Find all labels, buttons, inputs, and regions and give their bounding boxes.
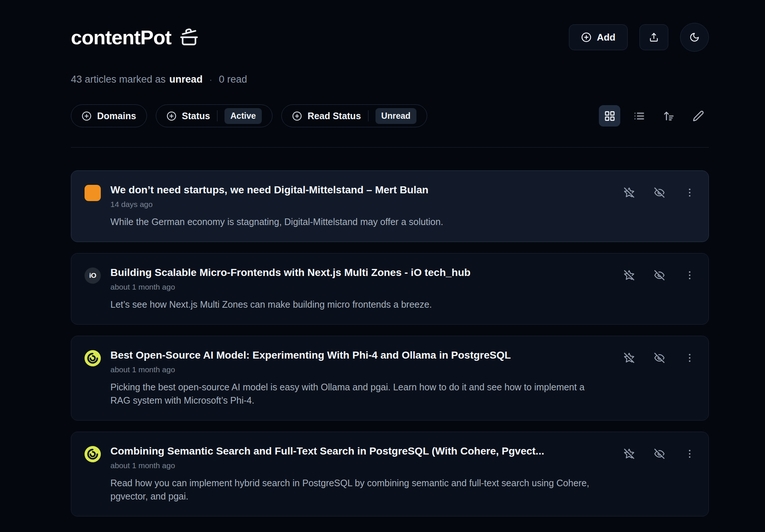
article-title: Building Scalable Micro-Frontends with N…	[110, 267, 596, 279]
filter-chip-label: Domains	[97, 111, 136, 121]
article-favicon-text: iO	[89, 272, 96, 280]
hide-button[interactable]	[654, 270, 665, 281]
eye-off-icon	[654, 352, 665, 363]
more-button[interactable]	[684, 448, 695, 459]
filter-chip-label: Read Status	[308, 111, 361, 121]
hide-button[interactable]	[654, 448, 665, 459]
more-button[interactable]	[684, 270, 695, 281]
ellipsis-vertical-icon	[684, 352, 695, 363]
article-actions	[624, 445, 695, 459]
unstar-button[interactable]	[624, 187, 635, 198]
filter-chips: Domains Status Active Read Status Unread	[71, 104, 427, 127]
edit-pencil-icon	[693, 110, 704, 122]
article-description: While the German economy is stagnating, …	[110, 215, 590, 228]
article-card[interactable]: Best Open-Source AI Model: Experimenting…	[71, 336, 709, 421]
star-off-icon	[624, 187, 635, 198]
eye-off-icon	[654, 187, 665, 198]
star-off-icon	[624, 352, 635, 363]
plus-circle-icon	[167, 111, 176, 121]
grid-view-button[interactable]	[599, 105, 620, 127]
article-time: about 1 month ago	[110, 461, 596, 470]
article-body: We don’t need startups, we need Digital-…	[110, 184, 614, 228]
article-title: Combining Semantic Search and Full-Text …	[110, 445, 596, 457]
header: contentPot Add	[71, 23, 709, 52]
list-view-icon	[634, 110, 645, 122]
cooking-pot-icon	[179, 28, 199, 47]
eye-off-icon	[654, 448, 665, 459]
article-list: We don’t need startups, we need Digital-…	[71, 170, 709, 517]
add-button-label: Add	[597, 32, 615, 43]
divider	[71, 147, 709, 148]
article-actions	[624, 184, 695, 198]
filter-chip[interactable]: Domains	[71, 104, 147, 127]
filter-chip-value: Active	[224, 108, 262, 124]
header-actions: Add	[569, 23, 709, 52]
hide-button[interactable]	[654, 352, 665, 363]
theme-toggle-button[interactable]	[680, 23, 709, 52]
article-favicon: iO	[85, 267, 101, 284]
article-favicon	[85, 350, 101, 366]
article-card[interactable]: iO Building Scalable Micro-Frontends wit…	[71, 253, 709, 325]
filter-row: Domains Status Active Read Status Unread	[71, 104, 709, 127]
article-time: 14 days ago	[110, 200, 596, 209]
sort-ascending-icon	[663, 110, 675, 122]
hide-button[interactable]	[654, 187, 665, 198]
view-toolbar	[599, 105, 709, 127]
share-icon	[649, 32, 659, 42]
unread-count-text: 43 articles marked as	[71, 74, 166, 85]
filter-chip[interactable]: Status Active	[156, 104, 272, 127]
filter-chip-value: Unread	[375, 108, 416, 124]
plus-circle-icon	[581, 32, 591, 42]
stats-line: 43 articles marked as unread · 0 read	[71, 74, 709, 85]
add-button[interactable]: Add	[569, 24, 628, 50]
ellipsis-vertical-icon	[684, 448, 695, 459]
read-count-text: 0 read	[219, 74, 247, 85]
article-actions	[624, 267, 695, 281]
article-time: about 1 month ago	[110, 283, 596, 291]
sort-button[interactable]	[658, 105, 679, 127]
unstar-button[interactable]	[624, 352, 635, 363]
filter-chip[interactable]: Read Status Unread	[281, 104, 427, 127]
article-card[interactable]: Combining Semantic Search and Full-Text …	[71, 432, 709, 517]
ellipsis-vertical-icon	[684, 187, 695, 198]
article-body: Best Open-Source AI Model: Experimenting…	[110, 349, 614, 407]
article-description: Let’s see how Next.js Multi Zones can ma…	[110, 298, 590, 311]
filter-chip-separator	[217, 110, 217, 121]
more-button[interactable]	[684, 352, 695, 363]
unstar-button[interactable]	[624, 270, 635, 281]
moon-icon	[689, 32, 700, 42]
filter-chip-separator	[368, 110, 368, 121]
ellipsis-vertical-icon	[684, 270, 695, 281]
article-body: Combining Semantic Search and Full-Text …	[110, 445, 614, 503]
favicon-swirl-icon	[85, 446, 101, 462]
share-button[interactable]	[639, 24, 668, 50]
filter-chip-label: Status	[182, 111, 210, 121]
unstar-button[interactable]	[624, 448, 635, 459]
page-title: contentPot	[71, 26, 171, 49]
article-description: Read how you can implement hybrid search…	[110, 476, 590, 503]
plus-circle-icon	[292, 111, 302, 121]
article-title: Best Open-Source AI Model: Experimenting…	[110, 349, 596, 361]
list-view-button[interactable]	[628, 105, 650, 127]
grid-view-icon	[604, 110, 615, 122]
article-favicon	[85, 446, 101, 462]
article-body: Building Scalable Micro-Frontends with N…	[110, 267, 614, 311]
favicon-swirl-icon	[85, 350, 101, 366]
article-favicon	[85, 185, 101, 201]
article-actions	[624, 349, 695, 363]
star-off-icon	[624, 270, 635, 281]
article-title: We don’t need startups, we need Digital-…	[110, 184, 596, 196]
edit-button[interactable]	[687, 105, 709, 127]
article-time: about 1 month ago	[110, 365, 596, 374]
article-card[interactable]: We don’t need startups, we need Digital-…	[71, 170, 709, 242]
star-off-icon	[624, 448, 635, 459]
unread-word: unread	[169, 74, 203, 85]
article-description: Picking the best open-source AI model is…	[110, 380, 590, 407]
eye-off-icon	[654, 270, 665, 281]
more-button[interactable]	[684, 187, 695, 198]
stats-separator: ·	[209, 75, 212, 85]
plus-circle-icon	[82, 111, 92, 121]
title-wrap: contentPot	[71, 26, 199, 49]
app-root: contentPot Add	[71, 0, 709, 517]
